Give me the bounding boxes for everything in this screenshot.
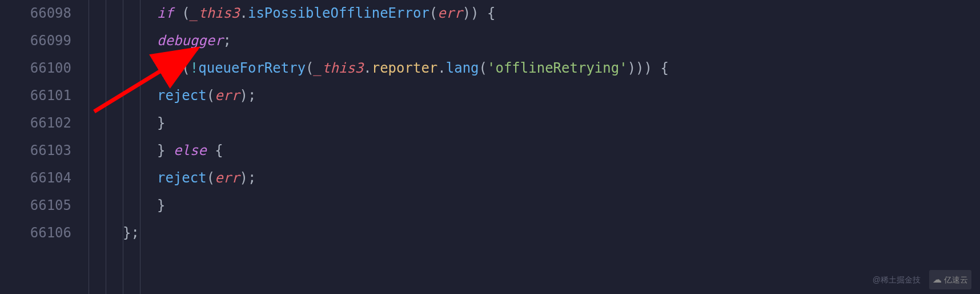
- code-line[interactable]: } else {: [157, 137, 980, 165]
- watermark-text: @稀土掘金技: [873, 272, 921, 288]
- code-editor[interactable]: 66098 66099 66100 66101 66102 66103 6610…: [0, 0, 980, 294]
- code-line[interactable]: debugger;: [157, 27, 980, 55]
- line-number: 66106: [0, 220, 71, 247]
- watermark-badge: ☁ 亿速云: [929, 270, 971, 289]
- code-line[interactable]: reject(err);: [157, 165, 980, 192]
- code-line[interactable]: };: [123, 220, 980, 247]
- code-line[interactable]: reject(err);: [157, 82, 980, 110]
- code-line[interactable]: }: [157, 192, 980, 220]
- watermark: @稀土掘金技 ☁ 亿速云: [873, 270, 971, 289]
- line-number: 66101: [0, 82, 71, 110]
- line-number: 66098: [0, 0, 71, 27]
- code-line[interactable]: if (_this3.isPossibleOfflineError(err)) …: [157, 0, 980, 27]
- code-content[interactable]: if (_this3.isPossibleOfflineError(err)) …: [157, 0, 980, 294]
- line-number: 66099: [0, 27, 71, 55]
- line-number: 66103: [0, 137, 71, 165]
- code-line[interactable]: }: [157, 110, 980, 137]
- line-number: 66100: [0, 55, 71, 82]
- line-number: 66102: [0, 110, 71, 137]
- line-number-gutter: 66098 66099 66100 66101 66102 66103 6610…: [0, 0, 89, 294]
- indent-guides: [89, 0, 157, 294]
- line-number: 66105: [0, 192, 71, 220]
- cloud-icon: ☁: [933, 271, 942, 288]
- code-line[interactable]: if (!queueForRetry(_this3.reporter.lang(…: [157, 55, 980, 82]
- line-number: 66104: [0, 165, 71, 192]
